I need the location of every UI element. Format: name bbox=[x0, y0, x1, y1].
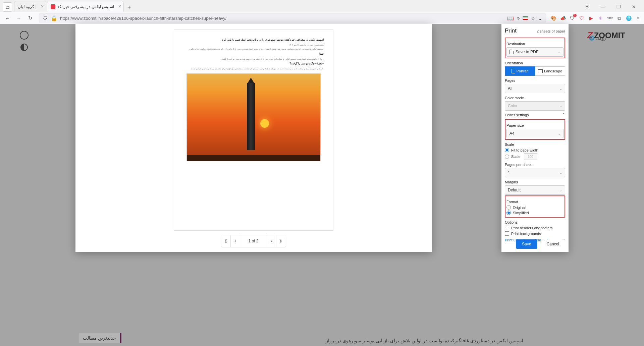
menu-icon[interactable]: ≡ bbox=[635, 15, 641, 21]
preview-image bbox=[186, 73, 321, 161]
backgrounds-label: Print backgrounds bbox=[511, 232, 541, 236]
pager-prev-button[interactable]: ‹ bbox=[231, 235, 240, 247]
format-original-radio[interactable] bbox=[506, 205, 511, 210]
close-icon[interactable]: ✕ bbox=[118, 4, 121, 9]
url-text: https://www.zoomit.ir/space/428106-space… bbox=[60, 16, 504, 21]
preview-title: اسپیس ایکس در پیشرفتی خیره‌کننده، بوستر … bbox=[183, 38, 324, 42]
preview-pane: اسپیس ایکس در پیشرفتی خیره‌کننده، بوستر … bbox=[75, 24, 432, 252]
ext-icon[interactable]: 👓 bbox=[606, 15, 613, 21]
options-label: Options bbox=[505, 220, 565, 224]
fit-radio[interactable] bbox=[505, 148, 509, 152]
pager-last-button[interactable]: ⟫ bbox=[276, 235, 286, 247]
scale-custom-label: Scale bbox=[511, 155, 521, 159]
format-simplified-radio[interactable] bbox=[506, 211, 511, 215]
preview-line: محمدحسین حیدری - یک‌شنبه ۲۲ مهر ۱۴۰۳ bbox=[183, 44, 324, 47]
format-original-label: Original bbox=[513, 206, 526, 210]
shield-icon[interactable]: 🛡 bbox=[43, 15, 48, 21]
highlight-format: Format Original Simplified bbox=[505, 195, 565, 218]
backgrounds-checkbox[interactable] bbox=[505, 231, 509, 236]
save-button[interactable]: Save bbox=[516, 239, 537, 249]
ext-icon[interactable]: 🛡1 bbox=[569, 15, 576, 21]
paper-preview: اسپیس ایکس در پیشرفتی خیره‌کننده، بوستر … bbox=[174, 30, 333, 231]
titlebar: 🗂 گروه لیان | ✕ اسپیس ایکس در پیشرفتی خی… bbox=[0, 0, 644, 12]
star-icon[interactable]: ☆ bbox=[531, 15, 535, 21]
card-icon: 🗂 bbox=[5, 5, 10, 10]
new-tab-button[interactable]: ＋ bbox=[124, 2, 134, 12]
close-icon[interactable]: ✕ bbox=[41, 4, 44, 9]
tower-icon bbox=[247, 83, 255, 150]
extensions-toolbar: 🎨 📣 🛡1 🛡 ▶ ✳ 👓 ⧉ 🌐 ≡ bbox=[550, 15, 641, 21]
pocket-icon[interactable]: ⌄ bbox=[538, 15, 542, 21]
reader-icon[interactable]: 📖 bbox=[507, 15, 514, 21]
pages-label: Pages bbox=[505, 78, 565, 82]
chevron-up-icon: ⌃ bbox=[562, 113, 565, 117]
headers-checkbox[interactable] bbox=[505, 226, 509, 230]
url-bar[interactable]: 🛡 🔒 https://www.zoomit.ir/space/428106-s… bbox=[39, 13, 546, 23]
chevron-down-icon: ⌄ bbox=[559, 188, 562, 192]
pager-first-button[interactable]: ⟪ bbox=[221, 235, 231, 247]
reload-button[interactable]: ↻ bbox=[25, 13, 35, 23]
ext-icon[interactable]: ▶ bbox=[588, 15, 594, 21]
scale-label: Scale bbox=[505, 142, 565, 147]
headers-label: Print headers and footers bbox=[511, 226, 553, 230]
highlight-destination: Destination Save to PDF ⌄ bbox=[505, 38, 565, 58]
fit-label: Fit to page width bbox=[511, 148, 538, 152]
tab-list: 🗂 گروه لیان | ✕ اسپیس ایکس در پیشرفتی خی… bbox=[3, 1, 580, 12]
format-label: Format bbox=[506, 200, 564, 204]
back-button[interactable]: ← bbox=[3, 13, 12, 23]
scale-input[interactable] bbox=[524, 153, 537, 160]
print-preview-pane: اسپیس ایکس در پیشرفتی خیره‌کننده، بوستر … bbox=[75, 24, 432, 252]
favicon-icon bbox=[51, 4, 55, 9]
tab-2[interactable]: اسپیس ایکس در پیشرفتی خیره‌کد ✕ bbox=[47, 1, 124, 12]
preview-subhead: فضا bbox=[183, 52, 324, 56]
chevron-down-icon: ⌄ bbox=[559, 104, 562, 108]
print-title: Print bbox=[505, 27, 517, 34]
minimize-button[interactable]: — bbox=[596, 2, 610, 12]
restore-button[interactable]: ❐ bbox=[611, 2, 626, 12]
tab-label: گروه لیان | bbox=[18, 4, 37, 9]
tab-1[interactable]: گروه لیان | ✕ bbox=[14, 1, 46, 12]
paper-size-select[interactable]: A4⌄ bbox=[506, 129, 564, 138]
preview-line: بازوهای غول‌پیکر سکوی پرتاب که با نام «م… bbox=[183, 67, 324, 71]
account-icon[interactable]: 🌐 bbox=[625, 15, 632, 21]
pager-next-button[interactable]: › bbox=[267, 235, 276, 247]
cancel-button[interactable]: Cancel bbox=[541, 239, 565, 249]
window-controls: 🗗 — ❐ ✕ bbox=[580, 2, 641, 12]
scale-radio[interactable] bbox=[505, 155, 509, 159]
print-settings-panel: Print 2 sheets of paper Destination Save… bbox=[501, 24, 569, 252]
pps-select[interactable]: 1⌄ bbox=[505, 168, 565, 177]
margins-label: Margins bbox=[505, 180, 565, 184]
paper-size-label: Paper size bbox=[506, 123, 564, 127]
chevron-down-icon: ⌄ bbox=[559, 171, 562, 175]
document-icon bbox=[509, 50, 514, 54]
close-window-button[interactable]: ✕ bbox=[627, 2, 641, 12]
flag-icon bbox=[523, 16, 528, 20]
chevron-down-icon: ⌄ bbox=[558, 132, 560, 135]
destination-select[interactable]: Save to PDF ⌄ bbox=[506, 47, 564, 57]
tab-window-button[interactable]: 🗗 bbox=[580, 2, 595, 12]
lock-icon: 🔒 bbox=[51, 15, 57, 21]
margins-select[interactable]: Default⌄ bbox=[505, 185, 565, 195]
ext-icon[interactable]: ✳ bbox=[597, 15, 604, 21]
ext-icon[interactable]: 📣 bbox=[559, 15, 566, 21]
translate-icon[interactable]: ⟐ bbox=[517, 15, 520, 21]
ext-icon[interactable]: 🛡 bbox=[578, 15, 585, 21]
destination-label: Destination bbox=[506, 42, 564, 46]
format-simplified-label: Simplified bbox=[513, 211, 529, 215]
fewer-settings-toggle[interactable]: Fewer settings ⌃ bbox=[505, 113, 565, 117]
ext-icon[interactable]: 🎨 bbox=[550, 15, 557, 21]
extensions-icon[interactable]: ⧉ bbox=[616, 15, 623, 21]
navbar: ← → ↻ 🛡 🔒 https://www.zoomit.ir/space/42… bbox=[0, 12, 644, 24]
sheet-count: 2 sheets of paper bbox=[537, 29, 565, 33]
landscape-button[interactable]: Landscape bbox=[535, 66, 565, 76]
pager: ⟪ ‹ 1 of 2 › ⟫ bbox=[221, 235, 285, 247]
tab-label: اسپیس ایکس در پیشرفتی خیره‌کد bbox=[57, 4, 114, 9]
portrait-button[interactable]: Portrait bbox=[505, 66, 535, 76]
orientation-label: Orientation bbox=[505, 61, 565, 65]
sun-icon bbox=[260, 119, 269, 128]
horizon bbox=[187, 155, 320, 161]
pages-select[interactable]: All⌄ bbox=[505, 84, 565, 93]
tab-overview-button[interactable]: 🗂 bbox=[3, 2, 12, 12]
pps-label: Pages per sheet bbox=[505, 163, 565, 167]
forward-button: → bbox=[14, 13, 23, 23]
